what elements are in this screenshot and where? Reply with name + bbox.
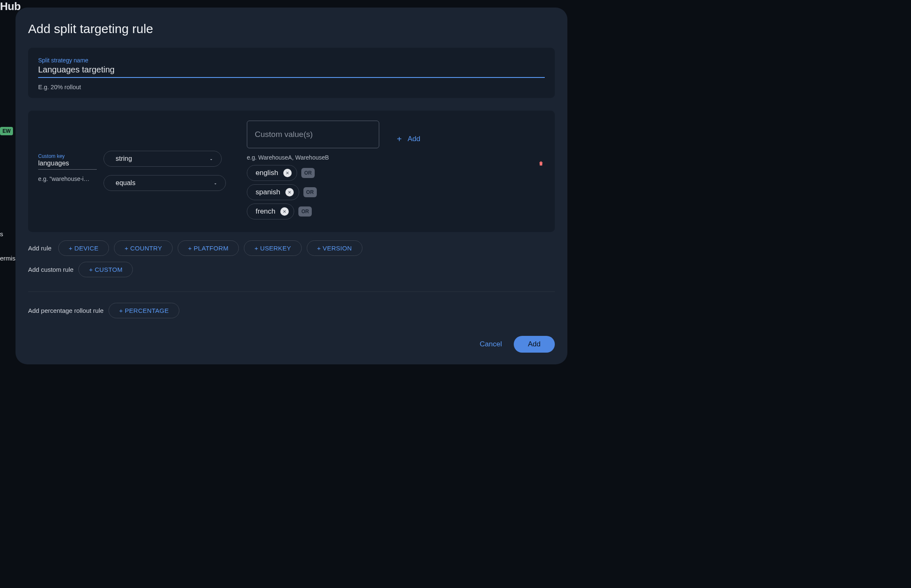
- or-connector: OR: [301, 168, 315, 178]
- add-rollout-label: Add percentage rollout rule: [28, 307, 104, 314]
- chip-remove-icon[interactable]: [285, 188, 294, 196]
- add-split-targeting-modal: Add split targeting rule Split strategy …: [16, 8, 567, 364]
- custom-key-hint: e.g. "warehouse-i…: [38, 175, 97, 182]
- add-value-button[interactable]: + Add: [397, 135, 420, 143]
- custom-values-hint: e.g. WarehouseA, WarehouseB: [247, 154, 379, 161]
- operator-dropdown[interactable]: equals: [104, 175, 226, 191]
- strategy-name-block: Split strategy name E.g. 20% rollout: [28, 48, 555, 98]
- custom-values-input[interactable]: Custom value(s): [247, 121, 379, 148]
- chevron-down-icon: [209, 156, 214, 161]
- strategy-name-hint: E.g. 20% rollout: [38, 84, 545, 90]
- rule-block: Custom key e.g. "warehouse-i… string equ…: [28, 111, 555, 232]
- chip-label: english: [256, 169, 278, 177]
- new-badge: EW: [0, 127, 13, 135]
- hub-brand-text: Hub: [0, 0, 21, 13]
- type-dropdown-value: string: [116, 155, 132, 162]
- chip-remove-icon[interactable]: [283, 169, 292, 177]
- add-submit-button[interactable]: Add: [514, 336, 555, 353]
- bg-side-text-1: s: [0, 230, 3, 237]
- or-connector: OR: [303, 187, 317, 197]
- chip-remove-icon[interactable]: [280, 207, 289, 216]
- add-country-rule-button[interactable]: + COUNTRY: [114, 240, 173, 256]
- chip-label: french: [256, 207, 275, 216]
- or-connector: OR: [298, 206, 312, 217]
- add-custom-rule-button[interactable]: + CUSTOM: [78, 262, 133, 277]
- add-custom-rule-label: Add custom rule: [28, 266, 73, 273]
- operator-dropdown-value: equals: [116, 179, 135, 187]
- plus-icon: +: [397, 135, 402, 143]
- add-rule-label: Add rule: [28, 245, 53, 252]
- value-chip: french: [247, 204, 294, 219]
- value-chip: english: [247, 165, 297, 181]
- strategy-name-input[interactable]: [38, 64, 545, 78]
- value-chips-list: english OR spanish: [247, 165, 379, 219]
- chip-label: spanish: [256, 188, 280, 196]
- value-chip: spanish: [247, 184, 299, 200]
- add-platform-rule-button[interactable]: + PLATFORM: [178, 240, 239, 256]
- delete-rule-button[interactable]: [538, 160, 544, 168]
- bg-side-text-2: ermis: [0, 255, 16, 262]
- type-dropdown[interactable]: string: [104, 151, 222, 167]
- add-percentage-button[interactable]: + PERCENTAGE: [109, 303, 179, 318]
- custom-key-input[interactable]: [38, 159, 97, 170]
- divider: [28, 291, 555, 292]
- add-device-rule-button[interactable]: + DEVICE: [58, 240, 109, 256]
- add-version-rule-button[interactable]: + VERSION: [307, 240, 362, 256]
- strategy-name-label: Split strategy name: [38, 57, 545, 64]
- trash-icon: [538, 160, 544, 167]
- chevron-down-icon: [213, 181, 218, 186]
- cancel-button[interactable]: Cancel: [480, 340, 502, 348]
- modal-title: Add split targeting rule: [28, 22, 555, 36]
- custom-key-label: Custom key: [38, 153, 97, 159]
- add-value-label: Add: [408, 135, 420, 143]
- add-userkey-rule-button[interactable]: + USERKEY: [244, 240, 301, 256]
